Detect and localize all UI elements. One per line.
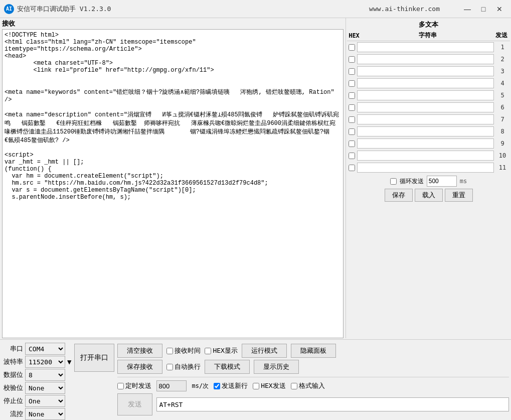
hex-row-checkbox-4[interactable] [347,80,356,87]
hex-row-2: 2 [347,53,510,65]
hex-str-input-11[interactable] [357,163,494,173]
hex-display-checkbox[interactable] [205,348,211,354]
hex-str-input-6[interactable] [357,102,494,112]
format-input-label: 格式输入 [299,381,325,390]
hex-chk-3[interactable] [349,68,355,75]
hex-send-num-4[interactable]: 4 [495,80,510,87]
stopbits-select[interactable]: One Two [25,395,65,407]
hex-row-checkbox-6[interactable] [347,104,356,111]
clear-receive-button[interactable]: 清空接收 [117,344,162,358]
hex-str-input-5[interactable] [357,90,494,100]
hex-chk-9[interactable] [349,141,355,147]
hex-send-checkbox[interactable] [253,383,259,389]
loop-send-checkbox[interactable] [390,178,397,185]
hex-row-checkbox-5[interactable] [347,92,356,99]
hex-display-check: HEX显示 [205,346,237,355]
baud-dropdown-icon[interactable]: ▼ [67,358,71,366]
hex-send-num-6[interactable]: 6 [495,104,510,111]
hex-chk-8[interactable] [349,128,355,135]
baud-row: 波特率 115200 57600 38400 19200 9600 ▼ [2,356,71,368]
hex-str-input-1[interactable] [357,42,494,52]
run-mode-button[interactable]: 运行模式 [242,344,287,358]
show-history-button[interactable]: 显示历史 [254,360,299,374]
port-select[interactable]: COM4 COM3 COM2 COM1 [25,343,65,355]
hex-send-num-10[interactable]: 10 [495,152,510,159]
hex-rows: 1 2 3 4 5 6 7 [347,41,510,174]
right-panel: 多文本 HEX 字符串 发送 1 2 3 4 [346,18,511,338]
hex-row-checkbox-8[interactable] [347,128,356,135]
send-col-header: 发送 [492,31,510,40]
recv-time-checkbox[interactable] [166,348,173,354]
hide-panel-button[interactable]: 隐藏面板 [291,344,336,358]
send-button[interactable]: 发送 [117,393,152,415]
hex-send-num-8[interactable]: 8 [495,128,510,135]
hex-row-checkbox-11[interactable] [347,165,356,171]
hex-row-11: 11 [347,162,510,174]
baud-label: 波特率 [2,357,23,366]
hex-send-num-3[interactable]: 3 [495,68,510,75]
databits-label: 数据位 [2,370,23,379]
save-receive-button[interactable]: 保存接收 [117,360,162,374]
load-button[interactable]: 载入 [415,189,443,202]
hex-send-num-1[interactable]: 1 [495,44,510,51]
flow-select[interactable]: None Hardware Software [25,408,65,420]
hex-row-checkbox-10[interactable] [347,153,356,159]
hex-str-input-3[interactable] [357,66,494,76]
newline-send-label: 发送新行 [222,381,248,390]
timed-interval-input[interactable] [156,380,187,391]
loop-interval-input[interactable] [427,176,457,187]
baud-select[interactable]: 115200 57600 38400 19200 9600 [25,356,65,368]
hex-send-label: HEX发送 [261,381,285,390]
close-button[interactable]: ✕ [492,3,507,15]
download-mode-button[interactable]: 下载模式 [205,360,250,374]
hex-row-8: 8 [347,125,510,137]
stopbits-label: 停止位 [2,396,23,405]
hex-chk-5[interactable] [349,92,355,99]
hex-str-input-8[interactable] [357,126,494,136]
recv-time-check: 接收时间 [166,346,201,355]
hex-send-num-9[interactable]: 9 [495,140,510,147]
hex-send-num-2[interactable]: 2 [495,56,510,63]
hex-col-header: HEX [347,32,361,39]
hex-send-num-11[interactable]: 11 [495,164,510,171]
reset-button[interactable]: 重置 [445,189,473,202]
hex-send-num-5[interactable]: 5 [495,92,510,99]
receive-output[interactable]: <!DOCTYPE html> <html class="html" lang=… [2,29,344,338]
hex-row-checkbox-7[interactable] [347,116,356,123]
hex-row-checkbox-2[interactable] [347,56,356,63]
hex-row-checkbox-3[interactable] [347,68,356,75]
app-url: www.ai-thinker.com [369,5,440,13]
hex-chk-1[interactable] [349,44,355,51]
hex-str-input-10[interactable] [357,151,494,161]
hex-str-input-4[interactable] [357,78,494,88]
receive-label: 接收 [0,18,346,29]
parity-select[interactable]: None Even Odd [25,382,65,394]
hex-chk-10[interactable] [349,153,355,159]
hex-chk-7[interactable] [349,116,355,123]
hex-str-input-9[interactable] [357,138,494,149]
maximize-button[interactable]: □ [476,3,491,15]
hex-row-checkbox-9[interactable] [347,141,356,147]
auto-newline-checkbox[interactable] [166,364,173,370]
hex-chk-4[interactable] [349,80,355,87]
hex-send-num-7[interactable]: 7 [495,116,510,123]
hex-str-input-7[interactable] [357,114,494,124]
send-input[interactable] [156,397,509,411]
open-port-button[interactable]: 打开串口 [74,344,114,372]
timed-send-checkbox[interactable] [117,383,124,389]
hex-display-label: HEX显示 [213,346,237,355]
hex-chk-11[interactable] [349,165,355,171]
format-input-checkbox[interactable] [291,383,297,389]
auto-newline-check: 自动换行 [166,362,201,371]
hex-str-input-2[interactable] [357,54,494,64]
newline-send-checkbox[interactable] [214,383,220,389]
minimize-button[interactable]: — [460,3,475,15]
receive-section: 接收 <!DOCTYPE html> <html class="html" la… [0,18,346,338]
hex-chk-2[interactable] [349,56,355,63]
hex-chk-6[interactable] [349,104,355,111]
hex-row-checkbox-1[interactable] [347,44,356,51]
newline-send-check: 发送新行 [214,381,248,390]
databits-select[interactable]: 8 7 6 5 [25,369,65,381]
hex-send-check: HEX发送 [253,381,285,390]
save-button[interactable]: 保存 [385,189,413,202]
